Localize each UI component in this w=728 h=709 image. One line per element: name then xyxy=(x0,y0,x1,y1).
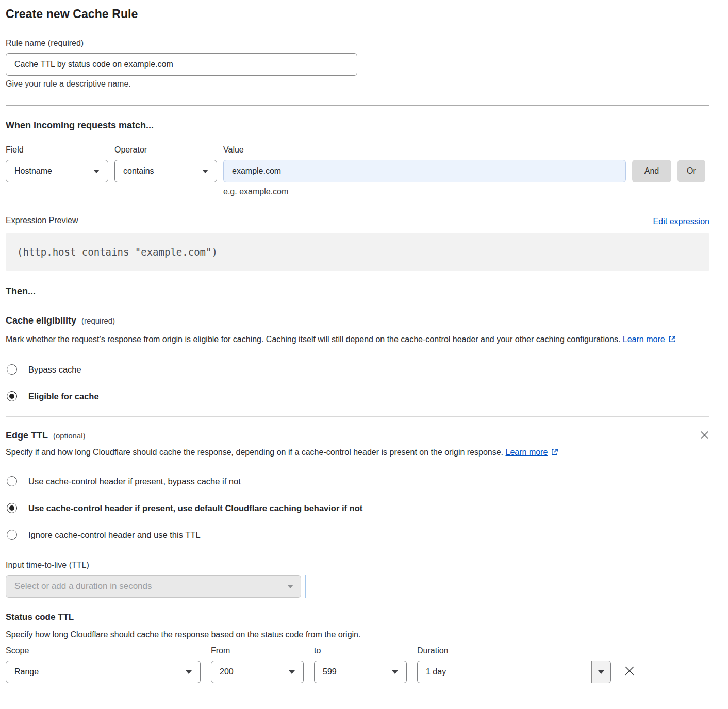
chevron-down-icon xyxy=(93,170,100,173)
ttl-duration-select[interactable]: Select or add a duration in seconds xyxy=(6,575,301,598)
cache-eligibility-required-badge: (required) xyxy=(81,316,115,325)
from-label: From xyxy=(211,645,304,656)
rule-name-label: Rule name (required) xyxy=(6,38,709,49)
cache-eligibility-heading: Cache eligibility xyxy=(6,315,76,326)
operator-select-value: contains xyxy=(123,166,154,176)
radio-checked-icon[interactable] xyxy=(7,391,17,401)
scope-select-value: Range xyxy=(14,667,39,677)
edge-ttl-description: Specify if and how long Cloudflare shoul… xyxy=(6,445,577,461)
edge-ttl-option-default[interactable]: Use cache-control header if present, use… xyxy=(6,502,709,514)
edge-ttl-description-text: Specify if and how long Cloudflare shoul… xyxy=(6,448,503,457)
to-select-value: 599 xyxy=(323,667,337,677)
expression-preview-label: Expression Preview xyxy=(6,215,78,226)
eligible-for-cache-option[interactable]: Eligible for cache xyxy=(6,390,709,402)
from-select[interactable]: 200 xyxy=(211,661,304,683)
scope-select[interactable]: Range xyxy=(6,661,201,683)
cache-eligibility-description-text: Mark whether the request’s response from… xyxy=(6,335,620,344)
field-label: Field xyxy=(6,144,108,156)
chevron-down-icon xyxy=(591,661,610,683)
bypass-cache-option[interactable]: Bypass cache xyxy=(6,363,709,376)
duration-column: Duration 1 day xyxy=(417,645,611,683)
and-or-buttons: And Or xyxy=(632,160,705,182)
value-label: Value xyxy=(223,144,626,156)
ttl-input-label: Input time-to-live (TTL) xyxy=(6,560,709,571)
status-code-ttl-row: Scope Range From 200 to 599 Duration 1 d… xyxy=(6,645,709,683)
radio-unchecked-icon[interactable] xyxy=(7,476,17,486)
ttl-input-row: Select or add a duration in seconds xyxy=(6,571,709,598)
status-code-ttl-heading: Status code TTL xyxy=(6,612,709,622)
edit-expression-link[interactable]: Edit expression xyxy=(653,217,709,226)
operator-column: Operator contains xyxy=(114,144,217,182)
edge-ttl-option-bypass-label: Use cache-control header if present, byp… xyxy=(28,477,241,486)
chevron-down-icon xyxy=(392,670,398,674)
and-button[interactable]: And xyxy=(632,160,671,182)
section-divider xyxy=(6,105,709,106)
expression-code-block: (http.host contains "example.com") xyxy=(6,233,709,271)
scope-label: Scope xyxy=(6,645,201,656)
to-label: to xyxy=(314,645,407,656)
chevron-down-icon xyxy=(186,670,192,674)
edge-ttl-option-bypass[interactable]: Use cache-control header if present, byp… xyxy=(6,475,709,487)
cache-eligibility-learn-more-link[interactable]: Learn more xyxy=(623,335,665,344)
from-select-value: 200 xyxy=(220,667,234,677)
edge-ttl-option-ignore[interactable]: Ignore cache-control header and use this… xyxy=(6,529,709,541)
edge-ttl-heading: Edge TTL xyxy=(6,430,48,441)
external-link-icon xyxy=(668,333,676,348)
duration-select[interactable]: 1 day xyxy=(417,661,611,683)
edge-ttl-header: Edge TTL (optional) xyxy=(6,430,709,441)
or-button[interactable]: Or xyxy=(677,160,705,182)
value-helper: e.g. example.com xyxy=(223,187,626,196)
from-column: From 200 xyxy=(211,645,304,683)
chevron-down-icon xyxy=(279,576,301,597)
bypass-cache-label: Bypass cache xyxy=(28,365,81,375)
radio-checked-icon[interactable] xyxy=(7,503,17,513)
text-caret xyxy=(305,575,306,598)
value-column: Value e.g. example.com xyxy=(223,144,626,196)
radio-unchecked-icon[interactable] xyxy=(7,364,17,375)
section-divider xyxy=(6,416,709,417)
value-input[interactable] xyxy=(223,160,626,182)
status-code-ttl-description: Specify how long Cloudflare should cache… xyxy=(6,628,709,642)
rule-name-input[interactable] xyxy=(6,53,357,76)
edge-ttl-option-ignore-label: Ignore cache-control header and use this… xyxy=(28,530,201,540)
match-heading: When incoming requests match... xyxy=(6,120,709,131)
rule-name-helper: Give your rule a descriptive name. xyxy=(6,79,709,89)
to-select[interactable]: 599 xyxy=(314,661,407,683)
duration-select-value: 1 day xyxy=(418,661,591,683)
page-title: Create new Cache Rule xyxy=(6,7,709,21)
expression-code: (http.host contains "example.com") xyxy=(17,246,218,258)
match-builder: Field Hostname Operator contains Value e… xyxy=(6,144,709,196)
chevron-down-icon xyxy=(289,670,295,674)
radio-unchecked-icon[interactable] xyxy=(7,530,17,540)
expression-header: Expression Preview Edit expression xyxy=(6,215,709,226)
scope-column: Scope Range xyxy=(6,645,201,683)
duration-label: Duration xyxy=(417,645,611,656)
ttl-duration-placeholder: Select or add a duration in seconds xyxy=(6,576,279,597)
cache-eligibility-header: Cache eligibility (required) xyxy=(6,315,709,326)
create-cache-rule-form: Create new Cache Rule Rule name (require… xyxy=(0,0,728,696)
edge-ttl-optional-badge: (optional) xyxy=(53,431,86,440)
close-icon[interactable] xyxy=(700,430,709,442)
field-column: Field Hostname xyxy=(6,144,108,182)
field-select-value: Hostname xyxy=(14,166,52,176)
external-link-icon xyxy=(551,446,558,461)
field-select[interactable]: Hostname xyxy=(6,160,108,182)
cache-eligibility-description: Mark whether the request’s response from… xyxy=(6,332,701,348)
operator-label: Operator xyxy=(114,144,217,156)
edge-ttl-learn-more-link[interactable]: Learn more xyxy=(506,448,548,457)
operator-select[interactable]: contains xyxy=(114,160,217,182)
to-column: to 599 xyxy=(314,645,407,683)
chevron-down-icon xyxy=(202,170,208,173)
edge-ttl-option-default-label: Use cache-control header if present, use… xyxy=(28,503,362,513)
close-icon[interactable] xyxy=(624,665,635,679)
eligible-for-cache-label: Eligible for cache xyxy=(28,392,99,401)
then-heading: Then... xyxy=(6,286,709,297)
